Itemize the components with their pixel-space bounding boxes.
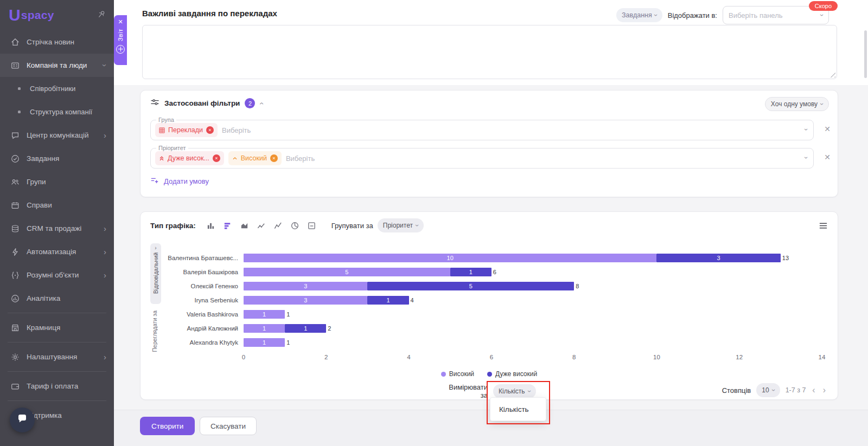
sidebar-item-automation[interactable]: Автоматизація › — [0, 240, 114, 263]
priority-filter-field[interactable]: Пріоритет Дуже висок... × Високий × Вибе… — [150, 148, 814, 169]
sidebar-item-smart-objects[interactable]: Розумні об'єкти › — [0, 263, 114, 287]
sidebar: U spacy Стрічка новин Компанія та люди ›… — [0, 0, 114, 446]
chevron-down-icon[interactable]: › — [803, 157, 809, 159]
sidebar-item-label: Групи — [27, 178, 46, 186]
chart-row: Валентина Браташевс...10313 — [141, 251, 822, 265]
sidebar-item-groups[interactable]: Групи — [0, 170, 114, 193]
filter-chip-very-high[interactable]: Дуже висок... × — [155, 151, 224, 165]
bar-total-label: 1 — [285, 310, 290, 319]
panel-select-placeholder: Виберіть панель — [729, 11, 783, 20]
sidebar-item-employees[interactable]: Співробітники — [0, 77, 114, 100]
sidebar-item-tasks[interactable]: Завдання — [0, 147, 114, 170]
create-button[interactable]: Створити — [140, 417, 195, 435]
display-in-label: Відображати в: — [668, 11, 717, 20]
priority-field-placeholder: Виберіть — [286, 154, 315, 163]
remove-chip-icon[interactable]: × — [206, 126, 214, 134]
sidebar-item-company-people[interactable]: Компанія та люди › — [0, 54, 114, 77]
sidebar-item-communications[interactable]: Центр комунікацій › — [0, 124, 114, 147]
trend-chart-icon[interactable] — [272, 219, 285, 232]
chart-bar: 314 — [244, 296, 822, 305]
next-page-icon[interactable]: › — [822, 386, 827, 395]
remove-chip-icon[interactable]: × — [270, 154, 278, 162]
area-chart-icon[interactable] — [238, 219, 251, 232]
chart-plot: Валентина Браташевс...10313Валерія Башкі… — [141, 251, 822, 363]
bar-segment: 5 — [244, 268, 450, 276]
sidebar-item-label: Крамниця — [27, 324, 60, 332]
line-chart-icon[interactable] — [255, 219, 268, 232]
sidebar-item-billing[interactable]: Тариф і оплата — [0, 374, 114, 398]
close-icon[interactable]: ✕ — [118, 19, 123, 25]
sidebar-item-label: CRM та продажі — [27, 224, 81, 232]
chart-category-label: Олексій Гепенко — [141, 283, 244, 289]
sidebar-item-label: Налаштування — [27, 353, 77, 361]
communications-icon — [10, 130, 20, 140]
filter-chip-group[interactable]: Переклади × — [155, 123, 218, 137]
chart-category-label: Alexandra Khytyk — [141, 339, 244, 346]
match-mode-select[interactable]: Хоч одну умову › — [765, 97, 829, 111]
bar-chart-icon[interactable] — [221, 219, 234, 232]
x-axis-tick: 12 — [736, 354, 743, 360]
report-tab-label: Звіт — [117, 29, 124, 41]
support-chat-button[interactable] — [10, 408, 35, 432]
columns-label: Стовпців — [722, 386, 751, 395]
logo[interactable]: U spacy — [0, 0, 114, 30]
columns-select[interactable]: 10 › — [756, 383, 780, 397]
chart-menu-icon[interactable] — [819, 221, 828, 230]
report-slideout-tab[interactable]: ✕ Звіт — [114, 15, 127, 65]
chart-type-label: Тип графіка: — [150, 222, 196, 230]
chevron-right-icon: › — [104, 131, 106, 139]
description-textarea[interactable] — [142, 25, 837, 79]
analytics-icon — [10, 293, 20, 303]
bar-segment: 3 — [656, 254, 780, 262]
column-chart-icon[interactable] — [205, 219, 218, 232]
sidebar-item-label: Тариф і оплата — [27, 382, 78, 390]
sidebar-item-crm[interactable]: CRM та продажі › — [0, 217, 114, 240]
group-filter-field[interactable]: Група Переклади × Виберіть › — [150, 120, 814, 140]
chart-row: Alexandra Khytyk11 — [141, 335, 822, 350]
bar-total-label: 2 — [326, 324, 331, 333]
chart-bar: 11 — [244, 338, 822, 347]
database-icon — [10, 223, 20, 234]
resize-handle[interactable] — [829, 72, 835, 77]
group-by-select[interactable]: Пріоритет › — [378, 218, 424, 232]
filters-header: Застосовані фільтри 2 › — [150, 98, 263, 109]
chart-category-label: Валерія Башкірова — [141, 269, 244, 275]
sidebar-item-label: Справи — [27, 201, 52, 209]
measure-select[interactable]: Кількість › — [493, 384, 536, 398]
clear-priority-filter-icon[interactable]: ✕ — [824, 153, 831, 161]
x-axis-tick: 8 — [572, 354, 576, 360]
add-condition-button[interactable]: Додати умову — [150, 176, 209, 186]
sidebar-item-company-structure[interactable]: Структура компанії — [0, 100, 114, 124]
clear-group-filter-icon[interactable]: ✕ — [824, 125, 831, 133]
remove-chip-icon[interactable]: × — [213, 154, 220, 162]
sidebar-item-affairs[interactable]: Справи — [0, 193, 114, 217]
filters-title: Застосовані фільтри — [164, 99, 240, 107]
sidebar-item-settings[interactable]: Налаштування › — [0, 345, 114, 369]
logo-text: spacy — [21, 9, 54, 22]
pie-chart-icon[interactable] — [289, 219, 302, 232]
cancel-button[interactable]: Скасувати — [200, 417, 257, 435]
prev-page-icon[interactable]: ‹ — [811, 386, 816, 395]
sidebar-item-label: Аналітика — [27, 294, 60, 302]
braces-icon — [10, 270, 20, 280]
chart-bar: 112 — [244, 324, 822, 333]
sidebar-item-shop[interactable]: Крамниця — [0, 316, 114, 339]
header-controls: Завдання › Відображати в: Виберіть панел… — [616, 6, 829, 24]
sidebar-item-analytics[interactable]: Аналітика — [0, 287, 114, 310]
company-card-icon — [10, 60, 20, 70]
dropdown-option-quantity[interactable]: Кількість — [490, 398, 546, 421]
scorecard-icon[interactable] — [305, 219, 318, 232]
bar-segment: 1 — [367, 296, 409, 305]
pin-icon[interactable] — [97, 10, 106, 21]
chart-bar: 358 — [244, 282, 822, 290]
chevron-right-icon: › — [155, 245, 156, 251]
collapse-chevron-icon[interactable]: › — [257, 102, 266, 105]
sidebar-item-news-feed[interactable]: Стрічка новин — [0, 30, 114, 54]
chevron-down-icon[interactable]: › — [803, 128, 809, 131]
filter-chip-high[interactable]: Високий × — [228, 151, 282, 165]
sidebar-item-label: Автоматизація — [27, 248, 76, 256]
scrollbar-thumb[interactable] — [864, 30, 867, 78]
entity-selector[interactable]: Завдання › — [616, 8, 662, 22]
chevron-right-icon: › — [104, 248, 106, 256]
chart-card: Тип графіка: Групувати за Пріоритет › — [140, 211, 838, 400]
